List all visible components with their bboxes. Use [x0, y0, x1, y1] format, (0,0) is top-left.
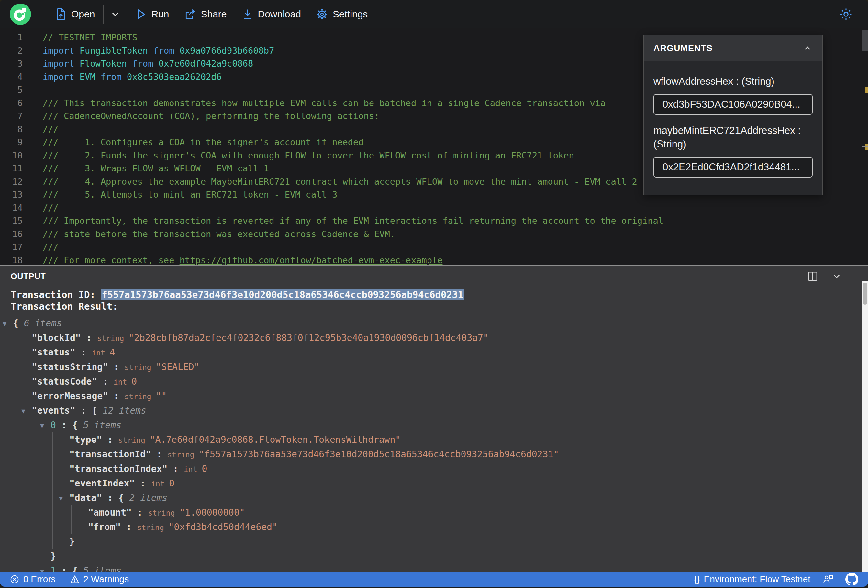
- json-tree-row: "eventIndex" : int 0: [0, 476, 868, 491]
- line-number: 9: [0, 136, 23, 149]
- code-text: /// This transaction demonstrates how mu…: [43, 97, 605, 110]
- indent-guide: [34, 432, 34, 447]
- theme-toggle-button[interactable]: [839, 7, 853, 21]
- settings-button-label: Settings: [333, 9, 368, 20]
- warnings-status[interactable]: 2 Warnings: [70, 574, 129, 584]
- line-number: 16: [0, 228, 23, 241]
- json-tree-row: "statusString" : string "SEALED": [0, 360, 868, 374]
- tree-collapse-arrow[interactable]: ▼: [40, 564, 50, 572]
- errors-status[interactable]: 0 Errors: [10, 574, 56, 584]
- line-number: 15: [0, 214, 23, 228]
- transaction-id-line: Transaction ID: f557a1573b76aa53e73d46f3…: [11, 289, 868, 301]
- download-icon: [242, 8, 253, 21]
- chevron-up-icon[interactable]: [802, 43, 813, 53]
- json-tree-row: ▼0 : { 5 items: [0, 418, 868, 432]
- run-play-icon: [136, 9, 147, 20]
- argument-label: maybeMintERC721AddressHex : (String): [653, 124, 813, 151]
- json-tree-row: ▼{ 6 items: [0, 316, 868, 330]
- transaction-id-value[interactable]: f557a1573b76aa53e73d46f3e10d200d5c18a653…: [101, 289, 464, 301]
- sun-icon: [839, 7, 853, 21]
- warning-marker: [865, 144, 868, 150]
- code-text: import FlowToken from 0x7e60df042a9c0868: [43, 57, 253, 71]
- indent-guide: [15, 389, 15, 403]
- line-number: 12: [0, 175, 23, 189]
- indent-guide: [34, 534, 34, 549]
- json-tree-row: "transactionIndex" : int 0: [0, 461, 868, 476]
- output-header: OUTPUT: [0, 265, 868, 282]
- feedback-icon[interactable]: [822, 574, 834, 585]
- json-tree-row: ▼"data" : { 2 items: [0, 491, 868, 505]
- code-line: 14///: [0, 202, 868, 215]
- editor-scrollbar-thumb[interactable]: [862, 30, 868, 51]
- environment-status[interactable]: {} Environment: Flow Testnet: [694, 574, 810, 584]
- code-text: /// 2. Funds the signer's COA with enoug…: [43, 149, 574, 162]
- code-text: ///: [43, 202, 59, 215]
- indent-guide: [15, 432, 15, 447]
- indent-guide: [52, 505, 53, 520]
- output-title: OUTPUT: [11, 272, 807, 281]
- status-bar: 0 Errors 2 Warnings {} Environment: Flow…: [0, 572, 868, 587]
- arguments-panel: ARGUMENTS wflowAddressHex : (String) may…: [644, 35, 823, 195]
- code-text: /// For more context, see https://github…: [43, 254, 443, 265]
- tree-collapse-arrow[interactable]: ▼: [40, 419, 50, 433]
- settings-button[interactable]: Settings: [316, 8, 368, 21]
- environment-label: Environment: Flow Testnet: [704, 574, 810, 584]
- json-tree-row: "blockId" : string "2b28cbfb87da2cfec4f0…: [0, 330, 868, 345]
- tree-collapse-arrow[interactable]: ▼: [59, 491, 69, 506]
- share-button[interactable]: Share: [184, 9, 227, 20]
- json-tree-row: "from" : string "0xfd3b4cd50d44e6ed": [0, 520, 868, 534]
- json-tree-row: "status" : int 4: [0, 345, 868, 360]
- json-tree-row: "transactionId" : string "f557a1573b76aa…: [0, 447, 868, 461]
- indent-guide: [15, 403, 15, 418]
- download-button[interactable]: Download: [242, 8, 301, 21]
- indent-guide: [34, 447, 34, 461]
- indent-guide: [71, 505, 72, 520]
- indent-guide: [15, 330, 15, 345]
- indent-guide: [15, 549, 15, 563]
- toolbar-divider: [103, 5, 104, 24]
- split-editor-icon[interactable]: [807, 271, 818, 281]
- arguments-panel-body: wflowAddressHex : (String) maybeMintERC7…: [644, 61, 822, 195]
- code-text: import EVM from 0x8c5303eaa26202d6: [43, 71, 222, 84]
- share-icon: [184, 9, 196, 20]
- line-number: 4: [0, 71, 23, 84]
- line-number: 2: [0, 44, 23, 57]
- line-number: 1: [0, 31, 23, 44]
- arguments-panel-header[interactable]: ARGUMENTS: [644, 35, 822, 61]
- indent-guide: [52, 461, 53, 476]
- indent-guide: [34, 563, 34, 572]
- code-line: 17///: [0, 241, 868, 254]
- code-text: import FungibleToken from 0x9a0766d93b66…: [43, 44, 274, 57]
- line-number: 17: [0, 241, 23, 254]
- indent-guide: [52, 447, 53, 461]
- indent-guide: [15, 418, 15, 432]
- output-scrollbar-track[interactable]: [862, 281, 868, 572]
- indent-guide: [52, 491, 53, 505]
- indent-guide: [34, 505, 34, 520]
- indent-guide: [52, 476, 53, 491]
- json-tree-row: "amount" : string "1.00000000": [0, 505, 868, 520]
- indent-guide: [34, 476, 34, 491]
- argument-input-maybemint-address[interactable]: [653, 157, 813, 178]
- open-dropdown-button[interactable]: [110, 9, 121, 20]
- github-octocat-icon[interactable]: [845, 573, 858, 586]
- tree-collapse-arrow[interactable]: ▼: [21, 404, 32, 419]
- output-scrollbar-thumb[interactable]: [863, 283, 867, 305]
- tree-collapse-arrow[interactable]: ▼: [3, 317, 13, 331]
- code-line: 18/// For more context, see https://gith…: [0, 254, 868, 265]
- argument-input-wflow-address[interactable]: [653, 94, 813, 115]
- flow-logo-icon[interactable]: [9, 3, 32, 25]
- code-text: ///: [43, 241, 59, 254]
- code-text: /// 5. Attempts to mint an ERC721 token …: [43, 188, 337, 202]
- warning-marker: [865, 87, 868, 93]
- indent-guide: [71, 520, 72, 534]
- errors-count-label: 0 Errors: [23, 574, 56, 584]
- open-button[interactable]: Open: [55, 8, 95, 21]
- line-number: 5: [0, 84, 23, 97]
- line-number: 6: [0, 97, 23, 110]
- run-button[interactable]: Run: [136, 9, 169, 20]
- code-text: ///: [43, 123, 59, 136]
- json-tree-row: "type" : string "A.7e60df042a9c0868.Flow…: [0, 432, 868, 447]
- code-text: /// 1. Configures a COA in the signer's …: [43, 136, 364, 149]
- collapse-output-chevron-icon[interactable]: [831, 271, 842, 282]
